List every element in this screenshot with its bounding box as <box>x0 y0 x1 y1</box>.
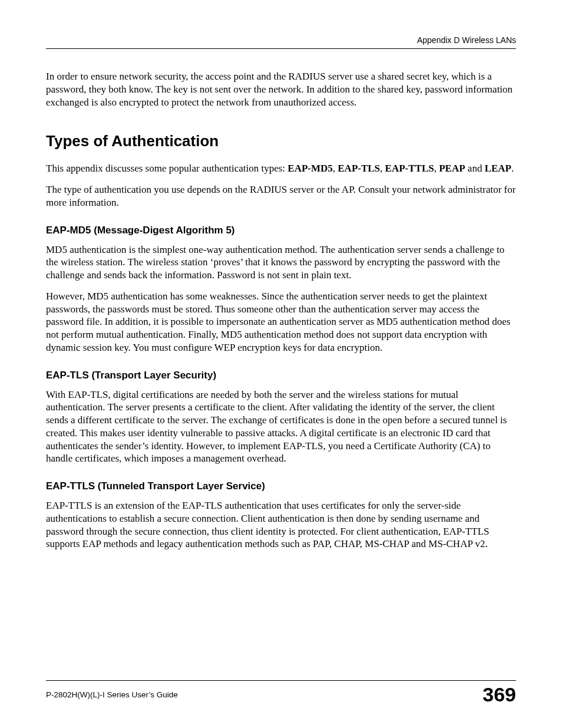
page-header: Appendix D Wireless LANs <box>46 35 516 49</box>
type-peap: PEAP <box>439 163 465 174</box>
type-eap-ttls: EAP-TTLS <box>385 163 434 174</box>
footer-guide-title: P-2802H(W)(L)-I Series User’s Guide <box>46 684 178 699</box>
eap-md5-p1: MD5 authentication is the simplest one-w… <box>46 243 516 282</box>
eap-md5-heading: EAP-MD5 (Message-Digest Algorithm 5) <box>46 225 516 236</box>
type-eap-tls: EAP-TLS <box>338 163 380 174</box>
types-paragraph: This appendix discusses some popular aut… <box>46 162 516 175</box>
eap-ttls-heading: EAP-TTLS (Tunneled Transport Layer Servi… <box>46 480 516 492</box>
depends-paragraph: The type of authentication you use depen… <box>46 183 516 209</box>
types-prefix: This appendix discusses some popular aut… <box>46 163 287 174</box>
section-title: Types of Authentication <box>46 132 516 150</box>
page-container: Appendix D Wireless LANs In order to ens… <box>0 0 562 728</box>
type-leap: LEAP <box>485 163 511 174</box>
eap-md5-p2: However, MD5 authentication has some wea… <box>46 290 516 354</box>
page-footer: P-2802H(W)(L)-I Series User’s Guide 369 <box>46 680 516 704</box>
type-eap-md5: EAP-MD5 <box>287 163 332 174</box>
appendix-label: Appendix D Wireless LANs <box>417 35 516 45</box>
footer-page-number: 369 <box>482 684 516 704</box>
eap-ttls-p1: EAP-TTLS is an extension of the EAP-TLS … <box>46 499 516 551</box>
intro-paragraph: In order to ensure network security, the… <box>46 70 516 108</box>
eap-tls-p1: With EAP-TLS, digital certifications are… <box>46 388 516 466</box>
eap-tls-heading: EAP-TLS (Transport Layer Security) <box>46 370 516 381</box>
